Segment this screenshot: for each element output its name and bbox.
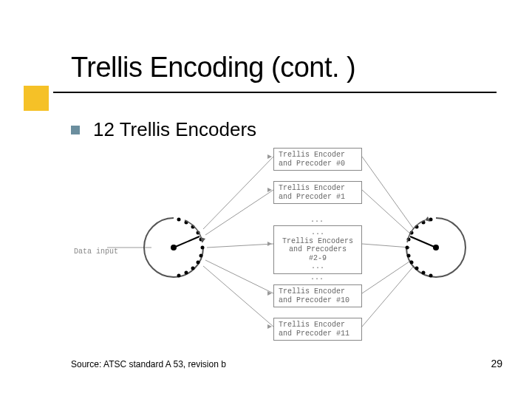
- svg-point-18: [191, 267, 195, 270]
- svg-line-4: [207, 244, 273, 248]
- slide-title: Trellis Encoding (cont. ): [71, 52, 355, 83]
- svg-point-29: [407, 254, 411, 258]
- trellis-diagram: Trellis Encoder and Precoder #0 Trellis …: [74, 148, 458, 355]
- svg-line-3: [205, 190, 273, 235]
- encoder-box-0-num: #0: [336, 160, 345, 168]
- encoder-box-1-num: #1: [336, 193, 345, 201]
- encoder-box-10-line1: Trellis Encoder: [279, 287, 345, 296]
- svg-point-30: [410, 261, 414, 265]
- ellipsis-bottom: ...: [310, 273, 324, 282]
- encoder-box-11-line2: and Precoder: [279, 330, 332, 338]
- footer-source: Source: ATSC standard A 53, revision b: [71, 359, 226, 369]
- svg-line-6: [203, 266, 273, 327]
- svg-line-2: [203, 157, 273, 229]
- right-switch-icon: [403, 214, 469, 281]
- svg-point-28: [406, 246, 409, 250]
- svg-point-19: [185, 271, 188, 275]
- svg-point-16: [200, 254, 203, 258]
- encoder-box-mid-dots2: ...: [311, 262, 324, 270]
- svg-point-33: [429, 274, 433, 278]
- slide: Trellis Encoding (cont. ) 12 Trellis Enc…: [0, 0, 532, 399]
- encoder-box-11: Trellis Encoder and Precoder #11: [273, 318, 362, 341]
- svg-point-32: [422, 271, 426, 275]
- bullet-item: 12 Trellis Encoders: [71, 118, 256, 141]
- encoder-box-1: Trellis Encoder and Precoder #1: [273, 181, 362, 204]
- bullet-text: 12 Trellis Encoders: [93, 118, 256, 141]
- encoder-box-10-line2: and Precoder: [279, 296, 332, 304]
- encoder-box-0-line2: and Precoder: [279, 160, 332, 168]
- encoder-box-0-line1: Trellis Encoder: [279, 151, 345, 159]
- encoder-box-11-line1: Trellis Encoder: [279, 321, 345, 329]
- header-rule: [53, 92, 497, 93]
- data-input-label: Data input: [74, 248, 118, 256]
- encoder-box-11-num: #11: [336, 330, 349, 338]
- svg-point-23: [177, 218, 181, 222]
- svg-point-15: [201, 246, 205, 250]
- encoder-box-mid-range: #2-9: [309, 254, 327, 262]
- encoder-box-mid-dots1: ...: [311, 228, 324, 236]
- svg-point-20: [177, 274, 181, 278]
- bullet-square-icon: [71, 126, 80, 134]
- encoder-box-10: Trellis Encoder and Precoder #10: [273, 284, 362, 307]
- svg-line-37: [410, 236, 436, 248]
- accent-square-icon: [24, 86, 49, 111]
- encoder-box-mid: ... Trellis Encoders and Precoders #2-9 …: [273, 225, 362, 274]
- ellipsis-top: ...: [310, 216, 324, 224]
- left-switch-icon: [140, 214, 207, 281]
- diagram-wires: [74, 148, 458, 355]
- encoder-box-mid-line2: and Precoders: [289, 245, 347, 253]
- page-number: 29: [491, 358, 502, 369]
- svg-line-24: [174, 236, 200, 248]
- encoder-box-1-line2: and Precoder: [279, 193, 332, 201]
- svg-point-17: [197, 261, 200, 265]
- encoder-box-0: Trellis Encoder and Precoder #0: [273, 148, 362, 171]
- slide-header: Trellis Encoding (cont. ): [0, 38, 532, 98]
- encoder-box-mid-line1: Trellis Encoders: [282, 237, 353, 245]
- encoder-box-1-line1: Trellis Encoder: [279, 184, 345, 192]
- svg-point-31: [415, 267, 419, 270]
- encoder-box-10-num: #10: [336, 296, 349, 304]
